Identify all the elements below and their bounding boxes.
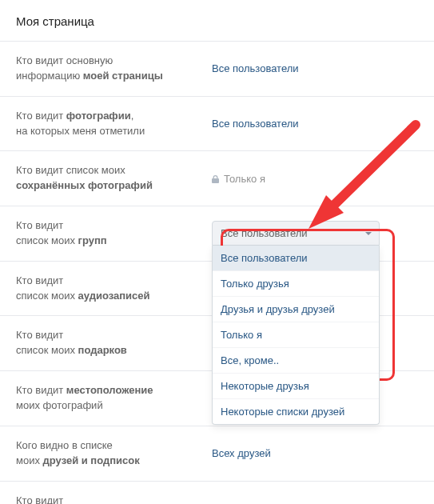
privacy-select-groups[interactable]: Все пользователи Все пользователи Только… xyxy=(212,221,380,246)
setting-value-saved-photos[interactable]: Только я xyxy=(212,173,265,185)
dropdown-option[interactable]: Друзья и друзья друзей xyxy=(213,296,379,322)
setting-label: Кто видит фотографии, на которых меня от… xyxy=(16,109,212,139)
setting-value-basic-info[interactable]: Все пользователи xyxy=(212,62,299,74)
select-header[interactable]: Все пользователи xyxy=(212,221,380,246)
setting-label: Кто видит список моих аудиозаписей xyxy=(16,274,212,304)
dropdown-option[interactable]: Некоторые друзья xyxy=(213,373,379,398)
setting-label: Кто видит список моих сохранённых фотогр… xyxy=(16,163,212,194)
lock-icon xyxy=(212,175,219,183)
setting-value-tagged-photos[interactable]: Все пользователи xyxy=(212,118,299,130)
dropdown-option[interactable]: Только друзья xyxy=(213,270,379,296)
setting-value-friends-list[interactable]: Всех друзей xyxy=(212,447,271,459)
dropdown-option[interactable]: Некоторые списки друзей xyxy=(213,398,379,424)
setting-row-basic-info: Кто видит основную информацию моей стран… xyxy=(0,42,434,97)
dropdown-option[interactable]: Все, кроме.. xyxy=(213,347,379,373)
setting-label: Кто видит местоположение моих фотографий xyxy=(16,383,212,414)
setting-label: Кто видит список моих подарков xyxy=(16,328,212,358)
setting-label: Кто видит основную информацию моей стран… xyxy=(16,54,212,84)
setting-label: Кто видит моих скрытых друзей xyxy=(16,494,212,505)
select-dropdown: Все пользователи Только друзья Друзья и … xyxy=(212,246,380,425)
dropdown-option[interactable]: Все пользователи xyxy=(213,246,379,270)
chevron-down-icon xyxy=(365,232,372,235)
setting-row-saved-photos: Кто видит список моих сохранённых фотогр… xyxy=(0,151,434,206)
setting-row-tagged-photos: Кто видит фотографии, на которых меня от… xyxy=(0,97,434,152)
setting-row-groups: Кто видит список моих групп Все пользова… xyxy=(0,206,434,262)
setting-row-friends-list: Кого видно в списке моих друзей и подпис… xyxy=(0,426,434,482)
page-title: Моя страница xyxy=(0,0,434,42)
setting-label: Кого видно в списке моих друзей и подпис… xyxy=(16,438,212,469)
setting-label: Кто видит список моих групп xyxy=(16,218,212,249)
setting-row-hidden-friends: Кто видит моих скрытых друзей Только я xyxy=(0,482,434,505)
dropdown-option[interactable]: Только я xyxy=(213,322,379,347)
